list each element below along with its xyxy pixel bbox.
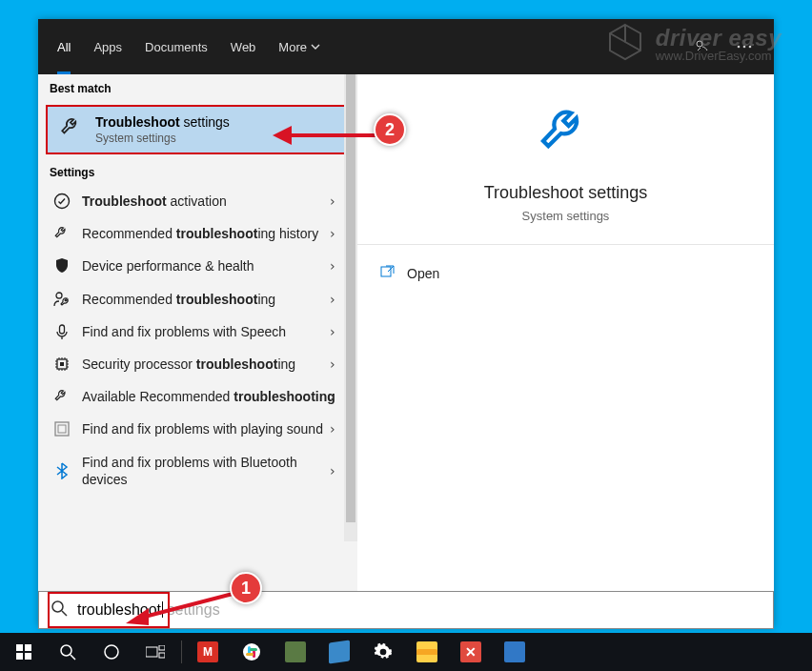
check-circle-icon [53,193,71,210]
search-icon [51,600,68,620]
detail-pane: Troubleshoot settings System settings Op… [357,74,774,627]
start-search-window: All Apps Documents Web More Best match [38,19,774,627]
taskbar-app-settings[interactable] [363,633,403,671]
svg-rect-14 [16,644,23,651]
task-view-icon[interactable] [135,633,175,671]
chevron-right-icon: › [329,356,336,372]
annotation-arrow-1 [124,589,248,627]
chevron-right-icon: › [329,389,336,404]
more-options-icon[interactable] [732,34,757,59]
chevron-right-icon: › [329,421,336,437]
svg-point-0 [697,41,702,47]
svg-rect-15 [25,644,31,651]
detail-title: Troubleshoot settings [484,183,647,203]
results-pane: Best match Troubleshoot settings System … [38,74,357,627]
svg-line-32 [141,593,236,618]
wrench-icon [59,115,84,144]
section-best-match: Best match [38,74,357,101]
svg-point-24 [243,643,260,661]
cortana-icon[interactable] [91,633,132,671]
settings-item[interactable]: Troubleshoot activation› [38,185,357,217]
wrench-hero-icon [536,103,597,168]
svg-point-20 [105,645,118,659]
chevron-right-icon: › [329,226,336,241]
taskbar-app-xbox[interactable]: ✕ [451,633,491,671]
settings-item-label: Recommended troubleshooting history [82,225,346,242]
svg-rect-27 [246,653,254,656]
best-match-title: Troubleshoot settings [95,114,230,130]
settings-item-label: Device performance & health [82,257,346,274]
svg-rect-6 [60,325,65,334]
taskbar-app-notes[interactable] [319,633,359,671]
settings-item-label: Find and fix problems with Bluetooth dev… [82,454,346,488]
chevron-right-icon: › [329,324,336,339]
search-main: Best match Troubleshoot settings System … [38,74,774,627]
settings-item-label: Recommended troubleshooting [82,291,346,308]
settings-item[interactable]: Security processor troubleshooting› [38,348,357,380]
settings-item-label: Troubleshoot activation [82,193,346,210]
annotation-arrow-2 [271,116,385,154]
settings-item-label: Find and fix problems with playing sound [82,420,346,437]
tab-documents[interactable]: Documents [133,19,219,74]
open-icon [380,264,396,282]
svg-rect-23 [159,653,165,658]
person-wrench-icon [53,291,71,308]
svg-point-18 [61,645,71,656]
settings-item-label: Available Recommended troubleshooting [82,388,346,405]
svg-point-2 [743,46,746,49]
settings-item-label: Security processor troubleshooting [82,356,346,373]
chevron-right-icon: › [329,193,336,209]
taskbar-search-icon[interactable] [48,633,88,671]
settings-item[interactable]: Find and fix problems with Bluetooth dev… [38,446,357,496]
tab-more[interactable]: More [267,19,332,74]
svg-rect-17 [25,653,31,660]
svg-point-12 [52,601,63,612]
taskbar-app-control[interactable] [495,633,535,671]
tab-all[interactable]: All [46,19,82,74]
settings-item[interactable]: Recommended troubleshooting› [38,283,357,315]
settings-item[interactable]: Device performance & health› [38,250,357,282]
svg-point-5 [56,293,62,298]
open-action[interactable]: Open [380,258,751,288]
taskbar-app-slack[interactable] [232,633,272,671]
settings-list: Troubleshoot activation›Recommended trou… [38,185,357,612]
taskbar: M ✕ [0,633,812,671]
wrench-icon [53,225,71,242]
search-tabs: All Apps Documents Web More [38,19,774,74]
settings-item[interactable]: Find and fix problems with playing sound… [38,413,357,445]
feedback-icon[interactable] [690,34,715,59]
svg-rect-22 [159,645,165,650]
svg-rect-28 [250,648,257,651]
chevron-right-icon: › [329,463,336,478]
svg-rect-9 [55,422,69,436]
chevron-right-icon: › [329,258,336,274]
taskbar-app-gmail[interactable]: M [188,633,228,671]
svg-marker-31 [273,126,292,145]
start-button[interactable] [4,633,44,671]
svg-marker-33 [126,608,149,625]
svg-rect-16 [16,653,23,660]
svg-point-3 [749,46,752,49]
svg-rect-8 [60,362,64,366]
svg-rect-10 [58,425,66,433]
settings-item[interactable]: Find and fix problems with Speech› [38,315,357,348]
taskbar-app-drivereasy[interactable] [275,633,315,671]
chip-icon [53,356,71,373]
svg-rect-11 [381,267,391,276]
annotation-badge-2: 2 [374,113,406,146]
wrench-icon [53,388,71,405]
tab-apps[interactable]: Apps [82,19,133,74]
settings-item-label: Find and fix problems with Speech [82,323,346,340]
settings-item[interactable]: Available Recommended troubleshooting› [38,380,357,413]
taskbar-app-explorer[interactable] [407,633,447,671]
best-match-subtitle: System settings [95,132,230,145]
open-label: Open [407,266,439,281]
chevron-down-icon [311,44,320,50]
svg-point-1 [738,46,741,49]
svg-rect-21 [146,647,157,657]
bluetooth-icon [53,462,71,479]
tab-web[interactable]: Web [219,19,268,74]
detail-subtitle: System settings [522,209,610,223]
settings-item[interactable]: Recommended troubleshooting history› [38,217,357,250]
shield-icon [53,257,71,274]
